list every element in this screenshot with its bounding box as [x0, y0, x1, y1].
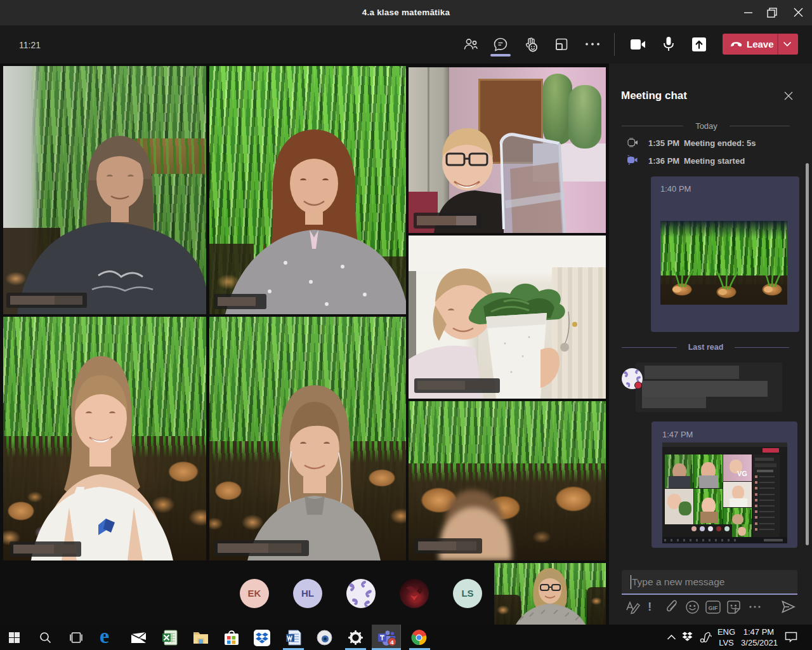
svg-text:4: 4	[390, 639, 394, 646]
svg-text:GIF: GIF	[709, 605, 719, 611]
